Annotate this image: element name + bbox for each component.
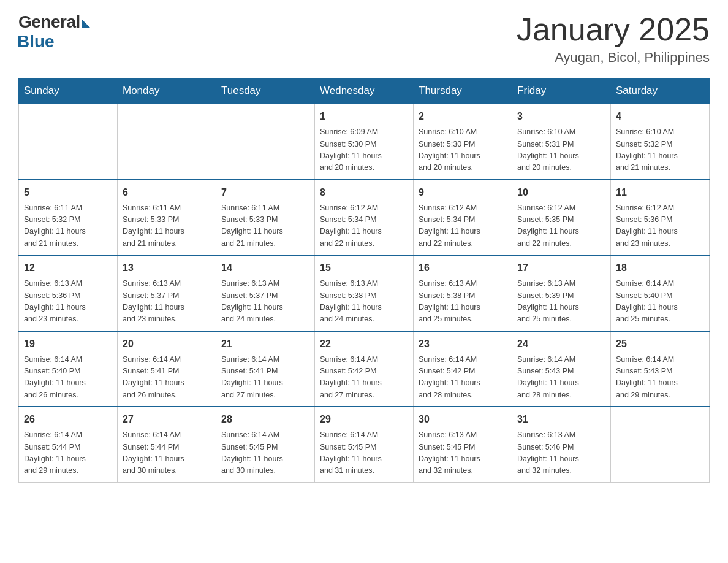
calendar-cell: 17Sunrise: 6:13 AM Sunset: 5:39 PM Dayli… [512,255,611,331]
calendar-cell: 30Sunrise: 6:13 AM Sunset: 5:45 PM Dayli… [414,407,512,482]
day-number: 17 [517,261,605,275]
calendar-cell: 4Sunrise: 6:10 AM Sunset: 5:32 PM Daylig… [611,104,710,180]
day-number: 12 [24,261,112,275]
day-number: 9 [419,185,507,200]
day-info: Sunrise: 6:14 AM Sunset: 5:41 PM Dayligh… [221,354,309,402]
day-info: Sunrise: 6:10 AM Sunset: 5:31 PM Dayligh… [517,126,605,174]
calendar-cell: 6Sunrise: 6:11 AM Sunset: 5:33 PM Daylig… [118,180,216,256]
day-info: Sunrise: 6:10 AM Sunset: 5:32 PM Dayligh… [616,126,704,174]
day-number: 20 [123,337,211,351]
day-info: Sunrise: 6:13 AM Sunset: 5:37 PM Dayligh… [221,278,309,326]
day-number: 4 [616,109,704,124]
day-info: Sunrise: 6:09 AM Sunset: 5:30 PM Dayligh… [320,126,408,174]
day-number: 8 [320,185,408,200]
day-number: 11 [616,185,704,200]
page-header: General Blue January 2025 Ayugan, Bicol,… [18,12,710,66]
calendar-cell: 13Sunrise: 6:13 AM Sunset: 5:37 PM Dayli… [118,255,216,331]
calendar-cell: 29Sunrise: 6:14 AM Sunset: 5:45 PM Dayli… [315,407,414,482]
calendar-cell [19,104,118,180]
logo-arrow-icon [82,19,90,28]
calendar-cell: 23Sunrise: 6:14 AM Sunset: 5:42 PM Dayli… [414,331,512,407]
logo-blue-text: Blue [17,32,55,52]
day-info: Sunrise: 6:11 AM Sunset: 5:33 PM Dayligh… [123,202,211,250]
title-section: January 2025 Ayugan, Bicol, Philippines [517,12,710,66]
calendar-week-4: 19Sunrise: 6:14 AM Sunset: 5:40 PM Dayli… [19,331,710,407]
day-number: 22 [320,337,408,351]
calendar-cell: 26Sunrise: 6:14 AM Sunset: 5:44 PM Dayli… [19,407,118,482]
day-info: Sunrise: 6:14 AM Sunset: 5:40 PM Dayligh… [616,278,704,326]
day-number: 26 [24,412,112,427]
day-number: 5 [24,185,112,200]
calendar-cell [611,407,710,482]
location-label: Ayugan, Bicol, Philippines [517,50,710,66]
calendar-cell: 2Sunrise: 6:10 AM Sunset: 5:30 PM Daylig… [414,104,512,180]
calendar-header-row: SundayMondayTuesdayWednesdayThursdayFrid… [19,79,710,104]
calendar-cell: 8Sunrise: 6:12 AM Sunset: 5:34 PM Daylig… [315,180,414,256]
month-title: January 2025 [517,12,710,47]
day-info: Sunrise: 6:14 AM Sunset: 5:45 PM Dayligh… [320,429,408,477]
day-info: Sunrise: 6:12 AM Sunset: 5:36 PM Dayligh… [616,202,704,250]
calendar-week-5: 26Sunrise: 6:14 AM Sunset: 5:44 PM Dayli… [19,407,710,482]
logo-general-text: General [18,12,80,32]
calendar-cell: 28Sunrise: 6:14 AM Sunset: 5:45 PM Dayli… [216,407,315,482]
day-number: 1 [320,109,408,124]
day-info: Sunrise: 6:10 AM Sunset: 5:30 PM Dayligh… [419,126,507,174]
day-number: 24 [517,337,605,351]
day-info: Sunrise: 6:12 AM Sunset: 5:35 PM Dayligh… [517,202,605,250]
day-info: Sunrise: 6:11 AM Sunset: 5:33 PM Dayligh… [221,202,309,250]
day-number: 3 [517,109,605,124]
day-number: 29 [320,412,408,427]
day-info: Sunrise: 6:14 AM Sunset: 5:40 PM Dayligh… [24,354,112,402]
logo: General Blue [18,12,90,52]
calendar-cell [118,104,216,180]
day-number: 18 [616,261,704,275]
calendar-cell: 12Sunrise: 6:13 AM Sunset: 5:36 PM Dayli… [19,255,118,331]
day-info: Sunrise: 6:11 AM Sunset: 5:32 PM Dayligh… [24,202,112,250]
calendar-cell: 24Sunrise: 6:14 AM Sunset: 5:43 PM Dayli… [512,331,611,407]
calendar-cell: 11Sunrise: 6:12 AM Sunset: 5:36 PM Dayli… [611,180,710,256]
weekday-header-thursday: Thursday [414,79,512,104]
calendar-cell: 1Sunrise: 6:09 AM Sunset: 5:30 PM Daylig… [315,104,414,180]
day-info: Sunrise: 6:14 AM Sunset: 5:41 PM Dayligh… [123,354,211,402]
calendar-week-3: 12Sunrise: 6:13 AM Sunset: 5:36 PM Dayli… [19,255,710,331]
day-info: Sunrise: 6:13 AM Sunset: 5:45 PM Dayligh… [419,429,507,477]
day-number: 28 [221,412,309,427]
day-info: Sunrise: 6:12 AM Sunset: 5:34 PM Dayligh… [320,202,408,250]
day-info: Sunrise: 6:13 AM Sunset: 5:36 PM Dayligh… [24,278,112,326]
day-number: 31 [517,412,605,427]
day-number: 15 [320,261,408,275]
day-info: Sunrise: 6:13 AM Sunset: 5:46 PM Dayligh… [517,429,605,477]
calendar-cell: 25Sunrise: 6:14 AM Sunset: 5:43 PM Dayli… [611,331,710,407]
day-number: 10 [517,185,605,200]
calendar-cell: 14Sunrise: 6:13 AM Sunset: 5:37 PM Dayli… [216,255,315,331]
day-number: 16 [419,261,507,275]
calendar-cell: 16Sunrise: 6:13 AM Sunset: 5:38 PM Dayli… [414,255,512,331]
day-number: 2 [419,109,507,124]
calendar-cell: 3Sunrise: 6:10 AM Sunset: 5:31 PM Daylig… [512,104,611,180]
day-info: Sunrise: 6:14 AM Sunset: 5:43 PM Dayligh… [616,354,704,402]
calendar-week-2: 5Sunrise: 6:11 AM Sunset: 5:32 PM Daylig… [19,180,710,256]
calendar-cell: 27Sunrise: 6:14 AM Sunset: 5:44 PM Dayli… [118,407,216,482]
weekday-header-saturday: Saturday [611,79,710,104]
day-number: 19 [24,337,112,351]
calendar-week-1: 1Sunrise: 6:09 AM Sunset: 5:30 PM Daylig… [19,104,710,180]
day-number: 23 [419,337,507,351]
day-info: Sunrise: 6:13 AM Sunset: 5:39 PM Dayligh… [517,278,605,326]
day-number: 13 [123,261,211,275]
day-number: 27 [123,412,211,427]
weekday-header-wednesday: Wednesday [315,79,414,104]
calendar-cell: 31Sunrise: 6:13 AM Sunset: 5:46 PM Dayli… [512,407,611,482]
day-number: 7 [221,185,309,200]
day-number: 30 [419,412,507,427]
weekday-header-sunday: Sunday [19,79,118,104]
calendar-cell: 5Sunrise: 6:11 AM Sunset: 5:32 PM Daylig… [19,180,118,256]
day-info: Sunrise: 6:14 AM Sunset: 5:45 PM Dayligh… [221,429,309,477]
day-number: 14 [221,261,309,275]
calendar-cell: 22Sunrise: 6:14 AM Sunset: 5:42 PM Dayli… [315,331,414,407]
calendar-cell: 20Sunrise: 6:14 AM Sunset: 5:41 PM Dayli… [118,331,216,407]
calendar-table: SundayMondayTuesdayWednesdayThursdayFrid… [18,78,710,483]
day-info: Sunrise: 6:12 AM Sunset: 5:34 PM Dayligh… [419,202,507,250]
calendar-cell [216,104,315,180]
day-info: Sunrise: 6:14 AM Sunset: 5:43 PM Dayligh… [517,354,605,402]
calendar-cell: 9Sunrise: 6:12 AM Sunset: 5:34 PM Daylig… [414,180,512,256]
